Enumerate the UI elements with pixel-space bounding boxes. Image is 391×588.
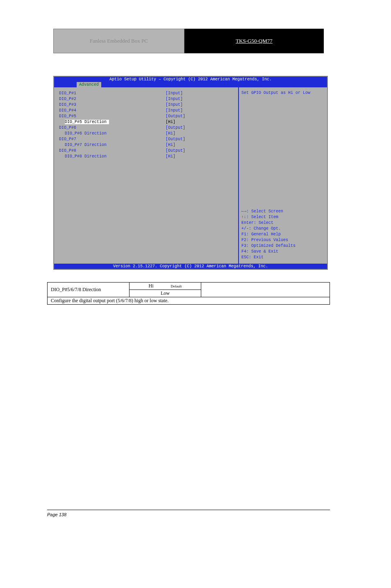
bios-setting-row[interactable]: DIO_P#8 Direction[Hi] <box>59 154 233 160</box>
bios-setting-row[interactable]: DIO_P#6[Output] <box>59 125 233 131</box>
bios-setting-value: [Input] <box>166 102 183 108</box>
doc-header: Fanless Embedded Box PC TKS-G50-QM77 <box>53 29 381 53</box>
option-hi: Hi Default <box>130 283 201 290</box>
option-full-desc: Configure the digital output port (5/6/7… <box>48 297 330 305</box>
bios-setting-value: [Output] <box>166 114 185 119</box>
doc-header-right: TKS-G50-QM77 <box>184 29 324 53</box>
page-footer: Page 138 <box>47 512 330 517</box>
bios-footer: Version 2.15.1227. Copyright (C) 2012 Am… <box>54 264 327 269</box>
bios-setting-row[interactable]: DIO_P#3[Input] <box>59 102 233 108</box>
bios-setting-label: DIO_P#2 <box>59 96 166 102</box>
bios-setting-label: DIO_P#5 Direction <box>59 119 166 125</box>
table-row: DIO_P#5/6/7/8 Direction Hi Default <box>48 283 330 290</box>
bios-setting-label: DIO_P#6 Direction <box>59 131 166 137</box>
bios-window: Aptio Setup Utility – Copyright (C) 2012… <box>53 76 328 270</box>
bios-setting-value: [Input] <box>166 96 183 102</box>
bios-help-text: Set GPIO Output as Hi or Low <box>241 91 325 95</box>
option-desc <box>201 283 330 297</box>
bios-setting-row[interactable]: DIO_P#6 Direction[Hi] <box>59 131 233 137</box>
bios-setting-value: [Hi] <box>166 131 175 137</box>
bios-setting-row[interactable]: DIO_P#1[Input] <box>59 91 233 96</box>
bios-title: Aptio Setup Utility – Copyright (C) 2012… <box>54 77 327 82</box>
bios-setting-row[interactable]: DIO_P#4[Input] <box>59 108 233 114</box>
bios-main: DIO_P#1[Input]DIO_P#2[Input]DIO_P#3[Inpu… <box>54 87 327 264</box>
option-low: Low <box>130 290 201 297</box>
bios-setting-value: [Output] <box>166 148 185 154</box>
bios-setting-value: [Output] <box>166 137 185 142</box>
bios-setting-row[interactable]: DIO_P#2[Input] <box>59 96 233 102</box>
bios-key-hints: ←→: Select Screen ↑↓: Select Item Enter:… <box>241 160 325 260</box>
bios-setting-label: DIO_P#5 <box>59 114 166 119</box>
bios-setting-label: DIO_P#7 <box>59 137 166 142</box>
bios-setting-value: [Input] <box>166 108 183 114</box>
page-number: Page 138 <box>47 512 66 517</box>
page-footer-line <box>47 510 330 510</box>
bios-setting-label: DIO_P#6 <box>59 125 166 131</box>
bios-setting-label: DIO_P#4 <box>59 108 166 114</box>
table-row: Configure the digital output port (5/6/7… <box>48 297 330 305</box>
bios-setting-row[interactable]: DIO_P#5 Direction[Hi] <box>59 119 233 125</box>
bios-help-pane: Set GPIO Output as Hi or Low ←→: Select … <box>239 87 327 264</box>
doc-header-left: Fanless Embedded Box PC <box>53 29 184 53</box>
bios-setting-label: DIO_P#7 Direction <box>59 142 166 148</box>
bios-setting-row[interactable]: DIO_P#7 Direction[Hi] <box>59 142 233 148</box>
bios-setting-label: DIO_P#8 <box>59 148 166 154</box>
bios-tab-bar: Advanced <box>54 82 327 87</box>
bios-setting-value: [Hi] <box>166 154 175 160</box>
bios-setting-value: [Hi] <box>166 119 175 125</box>
bios-setting-row[interactable]: DIO_P#5[Output] <box>59 114 233 119</box>
bios-settings-pane: DIO_P#1[Input]DIO_P#2[Input]DIO_P#3[Inpu… <box>54 87 239 264</box>
bios-setting-value: [Output] <box>166 125 185 131</box>
bios-setting-value: [Input] <box>166 91 183 96</box>
bios-setting-value: [Hi] <box>166 142 175 148</box>
bios-setting-row[interactable]: DIO_P#8[Output] <box>59 148 233 154</box>
bios-setting-row[interactable]: DIO_P#7[Output] <box>59 137 233 142</box>
bios-setting-label: DIO_P#1 <box>59 91 166 96</box>
bios-setting-label: DIO_P#3 <box>59 102 166 108</box>
option-table: DIO_P#5/6/7/8 Direction Hi Default Low C… <box>47 282 330 305</box>
tab-advanced[interactable]: Advanced <box>77 82 101 87</box>
bios-setting-label: DIO_P#8 Direction <box>59 154 166 160</box>
option-label: DIO_P#5/6/7/8 Direction <box>48 283 130 297</box>
